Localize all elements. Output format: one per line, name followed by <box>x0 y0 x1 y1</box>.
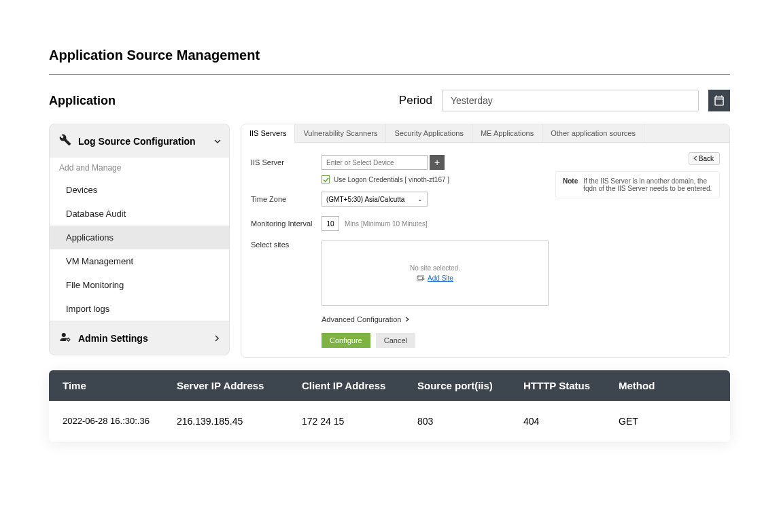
note-box: Note If the IIS Server is in another dom… <box>555 171 720 198</box>
timezone-value: (GMT+5:30) Asia/Calcutta <box>326 196 404 203</box>
advanced-config-toggle[interactable]: Advanced Configuration <box>322 315 720 323</box>
note-label: Note <box>563 177 578 192</box>
th-server-ip: Server IP Address <box>177 380 302 391</box>
td-source-port: 803 <box>417 416 523 427</box>
back-button[interactable]: Back <box>689 152 720 165</box>
table-header: Time Server IP Address Client IP Address… <box>49 370 730 401</box>
svg-rect-3 <box>418 275 423 280</box>
credentials-label: Use Logon Credentials [ vinoth-zt167 ] <box>334 176 449 183</box>
sidebar-item-import-logs[interactable]: Import logs <box>50 297 229 321</box>
calendar-button[interactable] <box>708 90 730 111</box>
calendar-icon <box>713 94 725 107</box>
td-time: 2022-06-28 16.:30:.36 <box>63 416 177 427</box>
cancel-button[interactable]: Cancel <box>376 333 415 348</box>
chevron-right-icon <box>405 315 409 323</box>
form-area: Back Note If the IIS Server is in anothe… <box>241 143 729 357</box>
sidebar-panel: Log Source Configuration Add and Manage … <box>49 124 230 355</box>
sidebar-item-vm-management[interactable]: VM Management <box>50 249 229 273</box>
period-wrap: Period Yesterday <box>399 90 730 111</box>
tab-iis-servers[interactable]: IIS Servers <box>241 124 295 143</box>
plus-icon: + <box>434 157 440 168</box>
table-row: 2022-06-28 16.:30:.36 216.139.185.45 172… <box>49 401 730 442</box>
config-panel: IIS Servers Vulnerability Scanners Secur… <box>241 124 730 358</box>
chevron-right-icon <box>215 333 220 344</box>
main-area: Log Source Configuration Add and Manage … <box>49 124 730 358</box>
note-text: If the IIS Server is in another domain, … <box>583 177 712 192</box>
svg-point-0 <box>62 333 66 337</box>
tab-other-sources[interactable]: Other application sources <box>542 124 644 142</box>
button-row: Configure Cancel <box>322 333 720 348</box>
row-interval: Monitoring Interval Mins [Minimum 10 Min… <box>251 216 720 231</box>
application-label: Application <box>49 94 116 108</box>
sites-box: No site selected. Add Site <box>322 241 549 306</box>
sidebar-items: Devices Database Audit Applications VM M… <box>50 178 229 321</box>
sidebar-item-database-audit[interactable]: Database Audit <box>50 202 229 226</box>
sidebar-item-file-monitoring[interactable]: File Monitoring <box>50 273 229 297</box>
add-site-link[interactable]: Add Site <box>417 274 453 282</box>
sidebar-header-label: Log Source Configuration <box>78 136 196 147</box>
period-value: Yesterday <box>451 95 493 106</box>
sidebar-header[interactable]: Log Source Configuration <box>50 124 229 158</box>
admin-settings[interactable]: Admin Settings <box>50 321 229 355</box>
period-label: Period <box>399 94 432 107</box>
check-icon <box>323 177 329 183</box>
chevron-left-icon <box>693 155 697 162</box>
interval-input[interactable] <box>322 216 339 231</box>
tools-icon <box>59 134 71 148</box>
add-site-label: Add Site <box>428 274 453 282</box>
tab-me-applications[interactable]: ME Applications <box>472 124 542 142</box>
timezone-select[interactable]: (GMT+5:30) Asia/Calcutta ⌄ <box>322 192 428 207</box>
row-sites: Select sites No site selected. Add Site <box>251 241 720 306</box>
td-client-ip: 172 24 15 <box>302 416 417 427</box>
iis-server-input[interactable] <box>322 155 428 170</box>
tab-vulnerability-scanners[interactable]: Vulnerability Scanners <box>295 124 386 142</box>
td-method: GET <box>619 416 716 427</box>
th-client-ip: Client IP Address <box>302 380 417 391</box>
interval-hint: Mins [Minimum 10 Minutes] <box>345 220 428 228</box>
admin-icon <box>59 331 71 345</box>
th-time: Time <box>63 380 177 391</box>
top-row: Application Period Yesterday <box>49 90 730 111</box>
sidebar-item-devices[interactable]: Devices <box>50 178 229 202</box>
page-title: Application Source Management <box>49 48 730 63</box>
configure-button[interactable]: Configure <box>322 333 370 348</box>
add-device-button[interactable]: + <box>430 155 445 170</box>
no-site-text: No site selected. <box>410 264 460 272</box>
iis-server-label: IIS Server <box>251 158 322 166</box>
th-source-port: Source port(iis) <box>417 380 523 391</box>
back-label: Back <box>699 155 714 162</box>
tab-security-applications[interactable]: Security Applications <box>386 124 472 142</box>
admin-settings-label: Admin Settings <box>78 333 148 344</box>
th-method: Method <box>619 380 716 391</box>
th-http-status: HTTTP Status <box>523 380 619 391</box>
advanced-config-label: Advanced Configuration <box>322 315 401 323</box>
timezone-label: Time Zone <box>251 195 322 203</box>
sidebar-subheader: Add and Manage <box>50 158 229 178</box>
interval-label: Monitoring Interval <box>251 219 322 228</box>
period-select[interactable]: Yesterday <box>442 90 699 111</box>
td-http-status: 404 <box>523 416 619 427</box>
chevron-down-icon: ⌄ <box>417 196 423 202</box>
row-iis-server: IIS Server + <box>251 155 720 170</box>
add-site-icon <box>417 275 425 282</box>
svg-point-1 <box>67 338 69 340</box>
chevron-down-icon <box>214 136 221 147</box>
results-table: Time Server IP Address Client IP Address… <box>49 370 730 442</box>
divider <box>49 74 730 75</box>
td-server-ip: 216.139.185.45 <box>177 416 302 427</box>
select-sites-label: Select sites <box>251 241 322 249</box>
credentials-checkbox[interactable] <box>322 175 330 183</box>
config-tabs: IIS Servers Vulnerability Scanners Secur… <box>241 124 729 143</box>
sidebar-item-applications[interactable]: Applications <box>50 226 229 249</box>
sidebar: Log Source Configuration Add and Manage … <box>49 124 230 358</box>
